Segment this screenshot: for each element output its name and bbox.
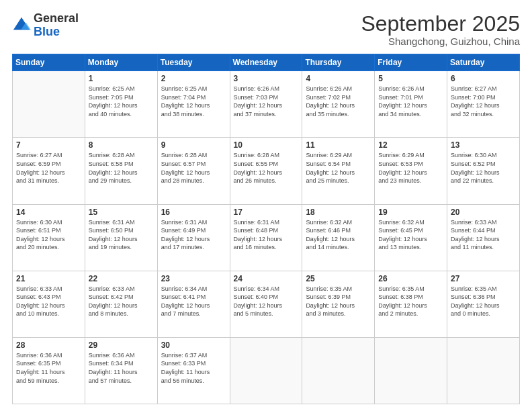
day-info: Sunrise: 6:32 AM Sunset: 6:45 PM Dayligh…: [378, 218, 443, 252]
weekday-header-wednesday: Wednesday: [230, 54, 302, 71]
day-number: 25: [306, 274, 371, 283]
day-info: Sunrise: 6:31 AM Sunset: 6:48 PM Dayligh…: [234, 218, 299, 252]
subtitle: Shangchong, Guizhou, China: [361, 36, 520, 47]
day-info: Sunrise: 6:31 AM Sunset: 6:50 PM Dayligh…: [89, 218, 154, 252]
logo: General Blue: [12, 12, 79, 39]
calendar-cell: 23Sunrise: 6:34 AM Sunset: 6:41 PM Dayli…: [157, 271, 230, 337]
calendar-cell: 20Sunrise: 6:33 AM Sunset: 6:44 PM Dayli…: [447, 204, 520, 271]
calendar-cell: 10Sunrise: 6:28 AM Sunset: 6:55 PM Dayli…: [230, 138, 302, 204]
day-number: 15: [89, 208, 154, 217]
calendar-cell: [13, 71, 85, 138]
day-info: Sunrise: 6:29 AM Sunset: 6:54 PM Dayligh…: [306, 151, 371, 185]
calendar-cell: 26Sunrise: 6:35 AM Sunset: 6:38 PM Dayli…: [375, 271, 447, 337]
day-number: 1: [89, 74, 154, 83]
calendar-cell: 25Sunrise: 6:35 AM Sunset: 6:39 PM Dayli…: [302, 271, 375, 337]
header: General Blue September 2025 Shangchong, …: [12, 12, 520, 47]
page: General Blue September 2025 Shangchong, …: [0, 0, 532, 411]
calendar-week-row: 1Sunrise: 6:25 AM Sunset: 7:05 PM Daylig…: [13, 71, 520, 138]
day-info: Sunrise: 6:30 AM Sunset: 6:52 PM Dayligh…: [451, 151, 516, 185]
weekday-header-monday: Monday: [85, 54, 157, 71]
calendar-cell: 13Sunrise: 6:30 AM Sunset: 6:52 PM Dayli…: [447, 138, 520, 204]
day-number: 2: [161, 74, 226, 83]
day-number: 3: [234, 74, 299, 83]
calendar-week-row: 7Sunrise: 6:27 AM Sunset: 6:59 PM Daylig…: [13, 138, 520, 204]
day-info: Sunrise: 6:35 AM Sunset: 6:36 PM Dayligh…: [451, 285, 516, 318]
calendar-cell: 2Sunrise: 6:25 AM Sunset: 7:04 PM Daylig…: [157, 71, 230, 138]
calendar-cell: 28Sunrise: 6:36 AM Sunset: 6:35 PM Dayli…: [13, 337, 85, 404]
weekday-header-saturday: Saturday: [447, 54, 520, 71]
day-number: 7: [16, 140, 81, 150]
day-number: 5: [378, 74, 443, 83]
calendar-cell: 24Sunrise: 6:34 AM Sunset: 6:40 PM Dayli…: [230, 271, 302, 337]
day-number: 28: [16, 340, 81, 350]
calendar-cell: 9Sunrise: 6:28 AM Sunset: 6:57 PM Daylig…: [157, 138, 230, 204]
day-number: 13: [451, 140, 516, 150]
logo-blue: Blue: [34, 26, 79, 39]
calendar-week-row: 14Sunrise: 6:30 AM Sunset: 6:51 PM Dayli…: [13, 204, 520, 271]
logo-general: General: [34, 12, 79, 26]
calendar-cell: 1Sunrise: 6:25 AM Sunset: 7:05 PM Daylig…: [85, 71, 157, 138]
logo-text: General Blue: [34, 12, 79, 39]
day-info: Sunrise: 6:35 AM Sunset: 6:38 PM Dayligh…: [378, 285, 443, 318]
day-info: Sunrise: 6:36 AM Sunset: 6:35 PM Dayligh…: [16, 351, 81, 385]
day-info: Sunrise: 6:28 AM Sunset: 6:58 PM Dayligh…: [89, 151, 154, 185]
day-number: 6: [451, 74, 516, 83]
calendar-week-row: 28Sunrise: 6:36 AM Sunset: 6:35 PM Dayli…: [13, 337, 520, 404]
weekday-header-tuesday: Tuesday: [157, 54, 230, 71]
day-number: 22: [89, 274, 154, 283]
day-number: 8: [89, 140, 154, 150]
day-number: 9: [161, 140, 226, 150]
logo-icon: [12, 16, 31, 35]
day-number: 20: [451, 208, 516, 217]
day-number: 21: [16, 274, 81, 283]
calendar-cell: 22Sunrise: 6:33 AM Sunset: 6:42 PM Dayli…: [85, 271, 157, 337]
day-info: Sunrise: 6:35 AM Sunset: 6:39 PM Dayligh…: [306, 285, 371, 318]
day-info: Sunrise: 6:37 AM Sunset: 6:33 PM Dayligh…: [161, 351, 226, 385]
day-number: 12: [378, 140, 443, 150]
day-info: Sunrise: 6:25 AM Sunset: 7:04 PM Dayligh…: [161, 85, 226, 118]
day-info: Sunrise: 6:26 AM Sunset: 7:03 PM Dayligh…: [234, 85, 299, 118]
calendar-cell: [375, 337, 447, 404]
month-title: September 2025: [361, 12, 520, 36]
day-info: Sunrise: 6:28 AM Sunset: 6:55 PM Dayligh…: [234, 151, 299, 185]
calendar-cell: 14Sunrise: 6:30 AM Sunset: 6:51 PM Dayli…: [13, 204, 85, 271]
calendar-week-row: 21Sunrise: 6:33 AM Sunset: 6:43 PM Dayli…: [13, 271, 520, 337]
day-info: Sunrise: 6:32 AM Sunset: 6:46 PM Dayligh…: [306, 218, 371, 252]
calendar-cell: 17Sunrise: 6:31 AM Sunset: 6:48 PM Dayli…: [230, 204, 302, 271]
calendar-cell: 16Sunrise: 6:31 AM Sunset: 6:49 PM Dayli…: [157, 204, 230, 271]
day-info: Sunrise: 6:28 AM Sunset: 6:57 PM Dayligh…: [161, 151, 226, 185]
day-number: 27: [451, 274, 516, 283]
day-info: Sunrise: 6:26 AM Sunset: 7:02 PM Dayligh…: [306, 85, 371, 118]
day-info: Sunrise: 6:31 AM Sunset: 6:49 PM Dayligh…: [161, 218, 226, 252]
calendar-cell: 12Sunrise: 6:29 AM Sunset: 6:53 PM Dayli…: [375, 138, 447, 204]
calendar-cell: 6Sunrise: 6:27 AM Sunset: 7:00 PM Daylig…: [447, 71, 520, 138]
day-number: 30: [161, 340, 226, 350]
day-info: Sunrise: 6:26 AM Sunset: 7:01 PM Dayligh…: [378, 85, 443, 118]
title-block: September 2025 Shangchong, Guizhou, Chin…: [361, 12, 520, 47]
day-info: Sunrise: 6:33 AM Sunset: 6:44 PM Dayligh…: [451, 218, 516, 252]
day-info: Sunrise: 6:25 AM Sunset: 7:05 PM Dayligh…: [89, 85, 154, 118]
calendar-cell: 3Sunrise: 6:26 AM Sunset: 7:03 PM Daylig…: [230, 71, 302, 138]
day-info: Sunrise: 6:36 AM Sunset: 6:34 PM Dayligh…: [89, 351, 154, 385]
calendar-cell: 30Sunrise: 6:37 AM Sunset: 6:33 PM Dayli…: [157, 337, 230, 404]
day-number: 11: [306, 140, 371, 150]
calendar-cell: 15Sunrise: 6:31 AM Sunset: 6:50 PM Dayli…: [85, 204, 157, 271]
weekday-header-thursday: Thursday: [302, 54, 375, 71]
calendar-cell: [230, 337, 302, 404]
day-info: Sunrise: 6:34 AM Sunset: 6:41 PM Dayligh…: [161, 285, 226, 318]
calendar-cell: 29Sunrise: 6:36 AM Sunset: 6:34 PM Dayli…: [85, 337, 157, 404]
calendar-cell: 27Sunrise: 6:35 AM Sunset: 6:36 PM Dayli…: [447, 271, 520, 337]
day-info: Sunrise: 6:30 AM Sunset: 6:51 PM Dayligh…: [16, 218, 81, 252]
calendar-cell: 4Sunrise: 6:26 AM Sunset: 7:02 PM Daylig…: [302, 71, 375, 138]
day-info: Sunrise: 6:27 AM Sunset: 7:00 PM Dayligh…: [451, 85, 516, 118]
calendar-cell: [447, 337, 520, 404]
weekday-header-sunday: Sunday: [13, 54, 85, 71]
day-info: Sunrise: 6:27 AM Sunset: 6:59 PM Dayligh…: [16, 151, 81, 185]
day-info: Sunrise: 6:29 AM Sunset: 6:53 PM Dayligh…: [378, 151, 443, 185]
calendar-cell: 19Sunrise: 6:32 AM Sunset: 6:45 PM Dayli…: [375, 204, 447, 271]
day-number: 23: [161, 274, 226, 283]
weekday-header-friday: Friday: [375, 54, 447, 71]
calendar-cell: 18Sunrise: 6:32 AM Sunset: 6:46 PM Dayli…: [302, 204, 375, 271]
day-number: 17: [234, 208, 299, 217]
calendar-cell: 7Sunrise: 6:27 AM Sunset: 6:59 PM Daylig…: [13, 138, 85, 204]
